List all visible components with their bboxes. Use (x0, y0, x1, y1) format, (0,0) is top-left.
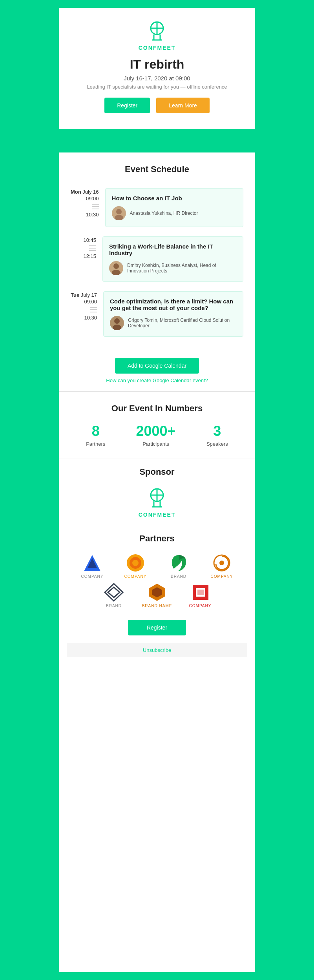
talk-title-1: How to Choose an IT Job (112, 195, 237, 201)
partner-logo-3 (167, 553, 190, 573)
partner-logo-5 (102, 583, 126, 602)
speaker-row-1: Anastasia Yukshina, HR Director (112, 206, 237, 220)
schedule-divider (71, 184, 243, 184)
numbers-section: Our Event In Numbers 8 Partners 2000+ Pa… (59, 391, 255, 459)
sponsor-logo-icon (145, 486, 169, 510)
time-start-1: 09:00 (71, 196, 99, 201)
speaker-name-2: Dmitry Koshkin, Business Analyst, Head o… (127, 263, 237, 274)
partner-item-1: COMPANY (73, 553, 112, 579)
number-label-speakers: Speakers (206, 441, 228, 447)
footer-section: Register Unsubscribe (59, 612, 255, 665)
speaker-avatar-2 (109, 261, 123, 275)
event-date: July 16-17, 2020 at 09:00 (67, 75, 247, 82)
number-label-participants: Participants (136, 441, 176, 447)
event-subtitle: Leading IT specialists are waiting for y… (67, 84, 247, 90)
learn-more-button[interactable]: Learn More (156, 98, 210, 113)
schedule-item-3: Tue July 17 09:00 10:30 Code optimizatio… (71, 291, 243, 337)
partner-label-1: COMPANY (73, 574, 112, 579)
time-dashes-1 (71, 204, 99, 209)
number-item-participants: 2000+ Participants (136, 423, 176, 447)
schedule-time-1: Mon July 16 09:00 10:30 (71, 188, 99, 227)
svg-point-13 (114, 318, 120, 324)
partner-label-5: BRAND (94, 604, 133, 608)
partner-label-3: BRAND (159, 574, 198, 579)
partner-item-2: COMPANY (116, 553, 155, 579)
numbers-row: 8 Partners 2000+ Participants 3 Speakers (71, 423, 243, 447)
svg-rect-34 (197, 590, 204, 595)
number-item-speakers: 3 Speakers (206, 423, 228, 447)
number-item-partners: 8 Partners (86, 423, 105, 447)
sponsor-title: Sponsor (71, 467, 243, 477)
speaker-row-3: Grigory Tomin, Microsoft Certified Cloud… (110, 316, 237, 330)
time-end-2: 12:15 (71, 253, 96, 259)
schedule-card-3: Code optimization, is there a limit? How… (103, 291, 243, 337)
register-button[interactable]: Register (104, 98, 150, 113)
sponsor-logo: CONFMEET (71, 486, 243, 518)
talk-title-2: Striking a Work-Life Balance in the IT I… (109, 243, 237, 256)
partner-logo-6 (145, 583, 169, 602)
header-section: CONFMEET IT rebirth July 16-17, 2020 at … (59, 8, 255, 129)
partner-logo-4 (210, 553, 234, 573)
number-value-partners: 8 (86, 423, 105, 439)
partner-item-7: COMPANY (181, 583, 220, 608)
speaker-row-2: Dmitry Koshkin, Business Analyst, Head o… (109, 261, 237, 275)
partner-item-3: BRAND (159, 553, 198, 579)
day-label-3: Tue July 17 (71, 292, 97, 298)
partners-grid: COMPANY COMPANY (71, 553, 243, 608)
partner-label-6: BRAND NAME (137, 604, 177, 608)
calendar-section: Add to Google Calendar How can you creat… (59, 354, 255, 391)
schedule-title: Event Schedule (71, 164, 243, 174)
svg-point-10 (113, 263, 119, 269)
unsubscribe-label[interactable]: Unsubscribe (67, 643, 247, 657)
speaker-avatar-3 (110, 316, 124, 330)
time-start-3: 09:00 (71, 299, 97, 305)
day-label-1: Mon July 16 (71, 189, 99, 195)
schedule-section: Event Schedule Mon July 16 09:00 10:30 H… (59, 152, 255, 354)
schedule-item: Mon July 16 09:00 10:30 How to Choose an… (71, 188, 243, 227)
number-label-partners: Partners (86, 441, 105, 447)
footer-register-button[interactable]: Register (128, 620, 186, 635)
calendar-help-link[interactable]: How can you create Google Calendar event… (71, 377, 243, 383)
sponsor-section: Sponsor CONFMEET (59, 459, 255, 526)
speaker-name-3: Grigory Tomin, Microsoft Certified Cloud… (128, 318, 237, 328)
event-title: IT rebirth (67, 57, 247, 72)
partners-title: Partners (71, 534, 243, 544)
logo-name: CONFMEET (67, 45, 247, 51)
speaker-avatar-1 (112, 206, 126, 220)
time-start-2: 10:45 (71, 237, 96, 243)
time-end-1: 10:30 (71, 212, 99, 218)
partner-item-5: BRAND (94, 583, 133, 608)
schedule-time-3: Tue July 17 09:00 10:30 (71, 291, 97, 337)
partner-logo-2 (124, 553, 147, 573)
logo-container (67, 20, 247, 45)
partner-logo-1 (80, 553, 104, 573)
svg-point-27 (219, 561, 224, 565)
talk-title-3: Code optimization, is there a limit? How… (110, 298, 237, 311)
svg-marker-29 (108, 587, 120, 597)
sponsor-logo-name: CONFMEET (71, 512, 243, 518)
svg-point-25 (132, 560, 139, 566)
partner-label-4: COMPANY (202, 574, 241, 579)
number-value-participants: 2000+ (136, 423, 176, 439)
partner-label-7: COMPANY (181, 604, 220, 608)
time-dashes-2 (71, 245, 96, 251)
time-dashes-3 (71, 307, 97, 312)
partner-item-4: COMPANY (202, 553, 241, 579)
header-buttons: Register Learn More (67, 98, 247, 113)
partner-label-2: COMPANY (116, 574, 155, 579)
number-value-speakers: 3 (206, 423, 228, 439)
speaker-name-1: Anastasia Yukshina, HR Director (130, 211, 198, 216)
partner-item-6: BRAND NAME (137, 583, 177, 608)
confmeet-logo (145, 20, 169, 43)
numbers-title: Our Event In Numbers (71, 403, 243, 414)
partners-section: Partners COMPANY (59, 526, 255, 612)
partner-logo-7 (188, 583, 212, 602)
schedule-card-2: Striking a Work-Life Balance in the IT I… (102, 236, 243, 282)
svg-point-7 (116, 209, 122, 214)
add-to-calendar-button[interactable]: Add to Google Calendar (115, 358, 199, 374)
hero-background (59, 129, 255, 152)
schedule-item-2: 10:45 12:15 Striking a Work-Life Balance… (71, 236, 243, 282)
time-end-3: 10:30 (71, 315, 97, 321)
schedule-time-2: 10:45 12:15 (71, 236, 96, 282)
schedule-card-1: How to Choose an IT Job Anastasia Yukshi… (105, 188, 243, 227)
